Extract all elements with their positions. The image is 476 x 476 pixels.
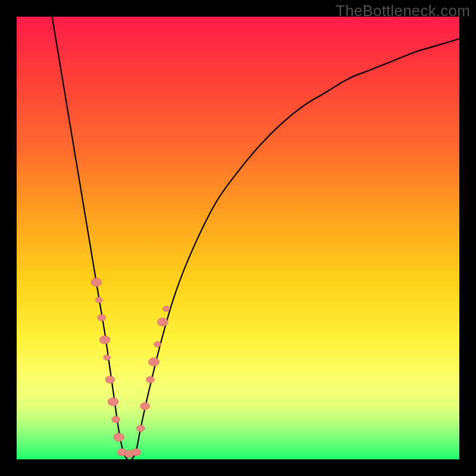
data-marker [136,425,145,431]
data-marker [108,397,118,406]
data-marker [112,416,120,423]
chart-frame: TheBottleneck.com [0,0,476,476]
data-markers [91,278,170,458]
data-marker [91,278,102,286]
data-marker [98,314,106,321]
data-marker [131,449,141,456]
plot-area [17,17,459,459]
data-marker [154,342,161,347]
data-marker [104,355,111,360]
bottleneck-curve [52,17,459,459]
data-marker [140,403,150,410]
data-marker [114,433,124,441]
data-marker [105,376,115,383]
data-marker [99,336,110,344]
data-marker [158,318,168,326]
data-marker [146,377,155,383]
data-marker [162,306,170,311]
curve-svg [17,17,459,459]
data-marker [149,358,159,366]
data-marker [95,297,102,302]
